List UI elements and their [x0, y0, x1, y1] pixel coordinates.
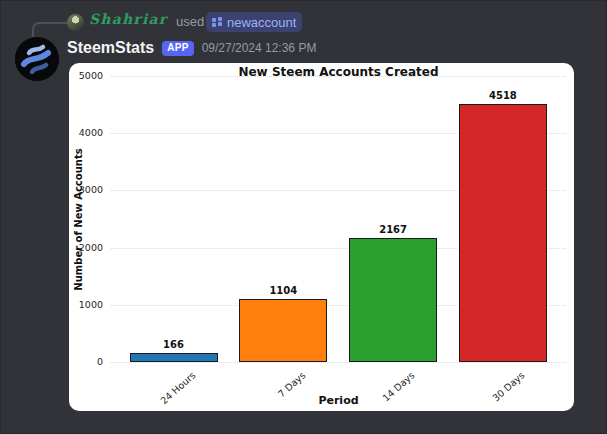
- bar-value-label: 4518: [489, 90, 517, 101]
- bar: [130, 353, 218, 362]
- bar-value-label: 2167: [379, 224, 407, 235]
- gridline: [111, 362, 566, 363]
- reply-spine: [32, 22, 67, 37]
- bar: [459, 104, 547, 362]
- bar-value-label: 1104: [269, 285, 297, 296]
- bot-avatar[interactable]: [15, 37, 59, 81]
- reply-user-avatar-icon[interactable]: [67, 14, 84, 31]
- plot-area: 166110421674518: [111, 76, 566, 362]
- bar: [349, 238, 437, 362]
- bar-value-label: 166: [163, 339, 184, 350]
- discord-chat: Shahriar used newaccount SteemStats APP …: [0, 0, 607, 434]
- command-mention[interactable]: newaccount: [206, 12, 302, 32]
- reply-username[interactable]: Shahriar: [89, 11, 167, 27]
- gridline: [111, 76, 566, 77]
- reply-action-text: used: [176, 14, 204, 29]
- y-tick-label: 5000: [69, 70, 103, 81]
- command-name: newaccount: [227, 15, 296, 30]
- slash-command-icon: [212, 17, 222, 27]
- message-header: SteemStats APP 09/27/2024 12:36 PM: [67, 38, 316, 58]
- app-badge: APP: [162, 41, 193, 56]
- bar: [239, 299, 327, 362]
- y-tick-label: 2000: [69, 242, 103, 253]
- bot-name[interactable]: SteemStats: [67, 39, 154, 57]
- chart-image[interactable]: New Steem Accounts Created Number of New…: [69, 63, 574, 411]
- timestamp: 09/27/2024 12:36 PM: [202, 41, 317, 55]
- y-tick-label: 1000: [69, 299, 103, 310]
- steemstats-logo-icon: [15, 37, 59, 81]
- y-axis-label: Number of New Accounts: [73, 147, 86, 293]
- y-tick-label: 0: [69, 356, 103, 367]
- y-tick-label: 3000: [69, 184, 103, 195]
- y-tick-label: 4000: [69, 127, 103, 138]
